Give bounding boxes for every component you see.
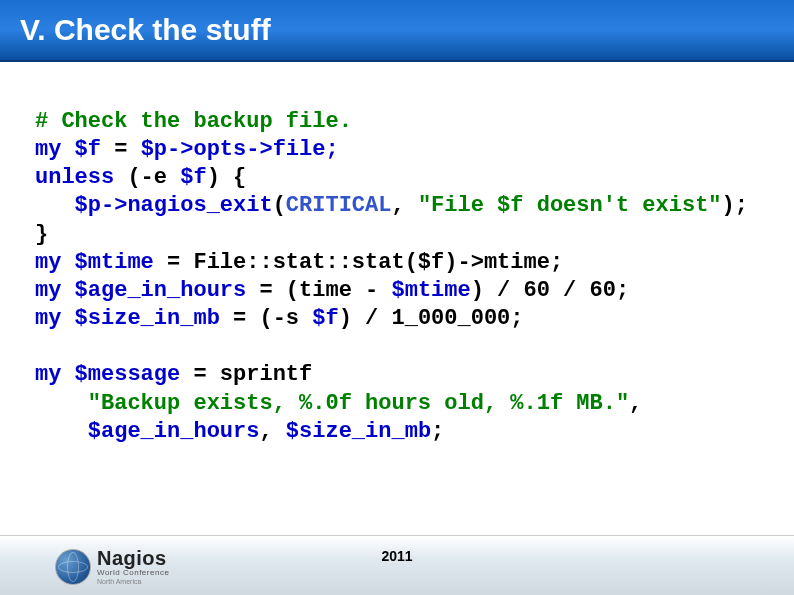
code-var: $age_in_hours <box>75 278 247 303</box>
code-var: $size_in_mb <box>75 306 220 331</box>
code-keyword: unless <box>35 165 114 190</box>
code-var: $age_in_hours <box>88 419 260 444</box>
code-text: File::stat::stat($f)->mtime; <box>193 250 563 275</box>
code-indent <box>35 391 88 416</box>
code-const: CRITICAL <box>286 193 392 218</box>
code-indent <box>35 419 88 444</box>
code-var: $size_in_mb <box>286 419 431 444</box>
code-comment: # Check the backup file. <box>35 109 352 134</box>
code-block: # Check the backup file. my $f = $p->opt… <box>35 108 774 446</box>
code-text: ) / 1_000_000; <box>339 306 524 331</box>
title-bar: V. Check the stuff <box>0 0 794 62</box>
logo: Nagios World Conference North America <box>55 548 169 585</box>
code-text: = (time - <box>246 278 391 303</box>
logo-text: Nagios World Conference North America <box>97 548 169 585</box>
code-var: $f <box>312 306 338 331</box>
code-text: ( <box>273 193 286 218</box>
logo-sub: World Conference <box>97 569 169 577</box>
logo-main: Nagios <box>97 548 169 568</box>
slide-title: V. Check the stuff <box>20 13 271 47</box>
code-string: "File $f doesn't exist" <box>418 193 722 218</box>
code-text: ); <box>722 193 748 218</box>
code-text: = <box>154 250 194 275</box>
footer-year: 2011 <box>381 548 412 564</box>
code-indent <box>35 193 75 218</box>
slide: V. Check the stuff # Check the backup fi… <box>0 0 794 595</box>
code-keyword: my <box>35 137 61 162</box>
code-keyword: my <box>35 250 61 275</box>
code-text: ) / 60 / 60; <box>471 278 629 303</box>
code-var: $f <box>75 137 101 162</box>
code-text: = (-s <box>220 306 312 331</box>
code-keyword: my <box>35 306 61 331</box>
code-text: $p->opts->file; <box>141 137 339 162</box>
code-text: ; <box>431 419 444 444</box>
logo-sub2: North America <box>97 578 169 585</box>
globe-icon <box>55 549 91 585</box>
code-var: $mtime <box>391 278 470 303</box>
code-keyword: my <box>35 278 61 303</box>
code-call: $p->nagios_exit <box>75 193 273 218</box>
code-keyword: my <box>35 362 61 387</box>
code-var: $message <box>75 362 181 387</box>
code-text: , <box>629 391 642 416</box>
code-text: , <box>391 193 417 218</box>
code-var: $mtime <box>75 250 154 275</box>
code-text: = <box>101 137 141 162</box>
code-text: } <box>35 222 48 247</box>
code-var: $f <box>180 165 206 190</box>
code-text: (-e <box>114 165 180 190</box>
code-text: = sprintf <box>180 362 312 387</box>
code-string: "Backup exists, %.0f hours old, %.1f MB.… <box>88 391 629 416</box>
code-text: ) { <box>207 165 247 190</box>
code-text: , <box>259 419 285 444</box>
